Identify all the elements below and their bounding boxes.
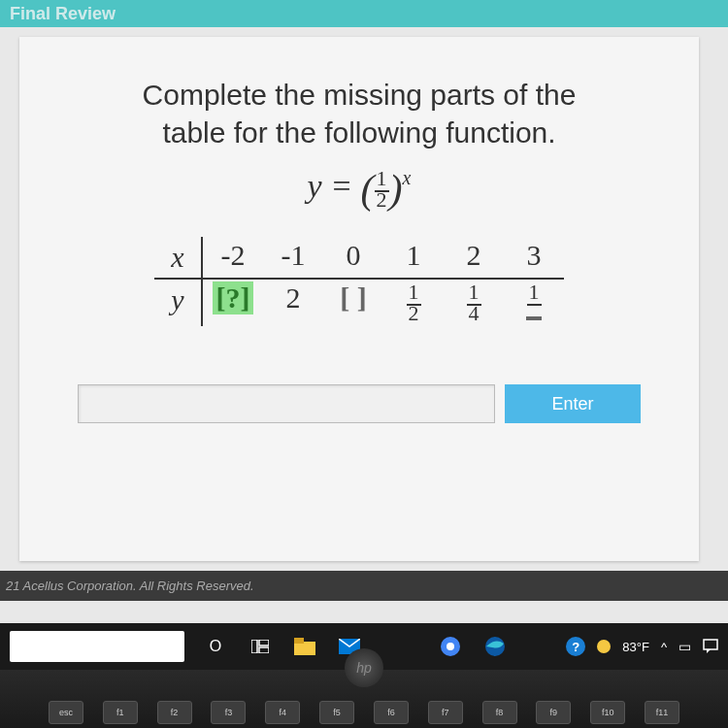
weather-temp[interactable]: 83°F <box>622 640 649 654</box>
y-label: y <box>154 280 203 326</box>
help-icon[interactable]: ? <box>566 637 585 656</box>
key: f4 <box>265 701 300 724</box>
answer-input[interactable] <box>78 384 495 423</box>
svg-rect-1 <box>259 640 269 645</box>
function-table: x -2 -1 0 1 2 3 y [?] 2 [ ] 12 14 1 <box>78 237 641 326</box>
y-val-1: 2 <box>263 280 323 326</box>
x-val-1: -1 <box>263 237 323 280</box>
x-val-3: 1 <box>383 237 444 280</box>
key: f2 <box>157 701 192 724</box>
key: f7 <box>428 701 463 724</box>
key: f11 <box>645 701 679 724</box>
svg-point-7 <box>447 643 454 650</box>
taskbar-search-box[interactable] <box>10 631 184 662</box>
file-explorer-icon[interactable] <box>291 633 318 660</box>
x-val-4: 2 <box>444 237 504 280</box>
key: f3 <box>211 701 246 724</box>
chrome-icon[interactable] <box>437 633 464 660</box>
svg-rect-2 <box>259 647 269 653</box>
x-val-0: -2 <box>203 237 263 280</box>
hp-logo: hp <box>345 648 383 687</box>
header-bar: Final Review <box>0 0 728 27</box>
weather-icon[interactable] <box>597 640 611 653</box>
x-val-2: 0 <box>323 237 383 280</box>
header-title: Final Review <box>10 4 116 23</box>
y-val-4: 14 <box>444 280 504 326</box>
y-val-2-blank[interactable]: [ ] <box>323 280 383 326</box>
svg-rect-0 <box>251 640 257 653</box>
taskview-icon[interactable] <box>247 633 274 660</box>
answer-row: Enter <box>78 384 641 423</box>
battery-icon[interactable] <box>678 639 691 654</box>
key: f10 <box>590 701 625 724</box>
key: f8 <box>482 701 517 724</box>
y-val-3: 12 <box>383 280 444 326</box>
x-val-5: 3 <box>504 237 564 280</box>
enter-button[interactable]: Enter <box>505 384 641 423</box>
copyright-footer: 21 Acellus Corporation. All Rights Reser… <box>0 571 728 601</box>
y-val-0-active[interactable]: [?] <box>203 280 263 326</box>
svg-rect-3 <box>294 642 315 655</box>
tray-caret[interactable]: ^ <box>661 640 667 654</box>
key: esc <box>49 701 83 724</box>
action-center-icon[interactable] <box>703 639 718 654</box>
svg-rect-9 <box>704 640 717 649</box>
cortana-icon[interactable]: O <box>202 633 229 660</box>
key: f9 <box>536 701 571 724</box>
question-card: Complete the missing parts of the table … <box>19 37 699 561</box>
key: f6 <box>374 701 409 724</box>
x-label: x <box>154 237 203 280</box>
equation: y = (12)x <box>78 166 641 213</box>
taskbar-right: ? 83°F ^ <box>566 637 718 656</box>
key: f5 <box>319 701 354 724</box>
key: f1 <box>103 701 138 724</box>
edge-icon[interactable] <box>481 633 509 660</box>
svg-rect-4 <box>294 638 304 644</box>
question-text: Complete the missing parts of the table … <box>78 76 641 151</box>
y-val-5-blank[interactable]: 1 <box>504 280 564 326</box>
